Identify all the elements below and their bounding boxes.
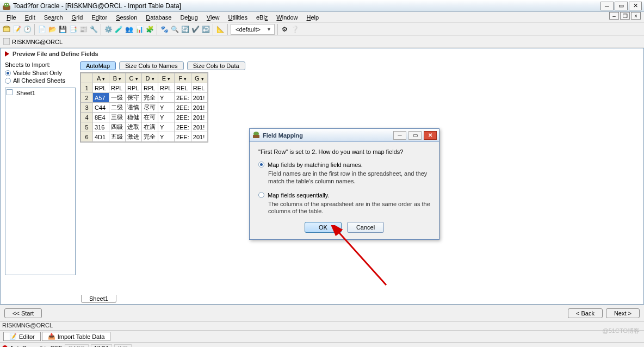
plan-icon[interactable]: 📐 <box>216 25 225 34</box>
minimize-button[interactable]: ─ <box>600 2 614 10</box>
radio-checked-sheets[interactable]: All Checked Sheets <box>5 77 76 84</box>
unit-test-icon[interactable]: 🧩 <box>145 25 154 34</box>
checkbox-icon[interactable] <box>7 89 13 95</box>
team-icon[interactable]: 👥 <box>125 25 133 34</box>
dialog-maximize-button[interactable]: ▭ <box>408 131 422 140</box>
help-icon[interactable]: ❔ <box>291 25 300 34</box>
size-to-names-button[interactable]: Size Cols to Names <box>119 61 184 70</box>
next-button[interactable]: Next > <box>606 308 640 318</box>
editor-tab-label: Editor <box>19 333 35 340</box>
query-builder-icon[interactable]: 🔧 <box>89 25 98 34</box>
watermark: @51CTO博客 <box>603 327 640 335</box>
option-match-names-label: Map fields by matching field names. <box>268 162 363 168</box>
doc-minimize-button[interactable]: – <box>609 12 619 20</box>
preview-grid[interactable]: A ▾B ▾C ▾D ▾E ▾F ▾G ▾1RPLRPLRPLRPLRPLREL… <box>80 72 208 142</box>
col-header[interactable]: A ▾ <box>93 73 109 83</box>
save-icon[interactable]: 💾 <box>58 25 67 34</box>
recall-icon[interactable]: 🕑 <box>23 25 32 34</box>
doc-close-button[interactable]: × <box>631 12 641 20</box>
dialog-minimize-button[interactable]: ─ <box>393 131 406 140</box>
menu-utilities[interactable]: Utilities <box>224 13 251 22</box>
db-connect-icon[interactable] <box>2 25 11 34</box>
sheet-tabs: Sheet1 <box>80 295 116 303</box>
schema-dropdown[interactable]: <default> ▼ <box>231 24 275 35</box>
statusbar: AutoCommit is OFF CAPS NUM INS <box>0 342 644 347</box>
refresh-icon[interactable]: 🔄 <box>181 25 189 34</box>
table-row[interactable]: 48E4三级稳健在可Y2EE:201! <box>81 113 208 122</box>
menu-view[interactable]: View <box>202 13 224 22</box>
dialog-body: "First Row" is set to 2. How do you want… <box>250 142 439 239</box>
step-arrow-icon <box>5 51 9 57</box>
table-row[interactable]: 1RPLRPLRPLRPLRPLRELREL <box>81 83 208 93</box>
field-mapping-dialog: Field Mapping ─ ▭ ✕ "First Row" is set t… <box>249 128 439 240</box>
toolbar: 📝 🕑 📄 📂 💾 📑 📰 🔧 ⚙️ 🧪 👥 📊 🧩 🐾 🔍 🔄 ✔️ ↩️ 📐… <box>0 23 644 36</box>
dialog-close-button[interactable]: ✕ <box>424 131 437 140</box>
table-row[interactable]: 2A57一级保守完全Y2EE:201! <box>81 93 208 103</box>
menu-session[interactable]: Session <box>112 13 141 22</box>
table-row[interactable]: 64D1五级激进完全Y2EE:201! <box>81 132 208 142</box>
output-icon[interactable]: 📰 <box>79 25 88 34</box>
maximize-button[interactable]: ▭ <box>615 2 628 10</box>
col-header[interactable]: F ▾ <box>175 73 191 83</box>
automap-button[interactable]: AutoMap <box>80 61 116 70</box>
caps-status: CAPS <box>65 344 89 348</box>
menu-search[interactable]: Search <box>40 13 67 22</box>
sheet-item[interactable]: Sheet1 <box>7 89 74 96</box>
sheet-tab[interactable]: Sheet1 <box>81 295 116 303</box>
wizard-title: Preview File and Define Fields <box>13 51 98 57</box>
dialog-icon <box>252 131 261 140</box>
cancel-button[interactable]: Cancel <box>347 222 384 233</box>
sheets-panel: Sheets to Import: Visible Sheet Only All… <box>5 61 76 275</box>
menu-edit[interactable]: Edit <box>21 13 40 22</box>
sheet-item-label: Sheet1 <box>16 90 35 96</box>
monitor-icon[interactable]: 📊 <box>135 25 144 34</box>
editor-tab[interactable]: 📝 Editor <box>3 332 41 341</box>
col-header[interactable]: B ▾ <box>109 73 126 83</box>
sql-editor-icon[interactable]: 📝 <box>13 25 21 34</box>
option-match-names[interactable]: Map fields by matching field names. <box>258 162 430 168</box>
menu-database[interactable]: Database <box>141 13 176 22</box>
size-to-data-button[interactable]: Size Cols to Data <box>187 61 245 70</box>
col-header[interactable]: C ▾ <box>126 73 142 83</box>
editor-tab-icon: 📝 <box>9 333 17 340</box>
start-button[interactable]: << Start <box>4 308 42 318</box>
connection-bar: RISKMNG@ORCL <box>0 36 644 48</box>
back-button[interactable]: < Back <box>568 308 603 318</box>
menu-grid[interactable]: Grid <box>67 13 88 22</box>
ok-button[interactable]: OK <box>305 222 342 233</box>
radio-icon <box>258 162 264 168</box>
menu-ebiz[interactable]: eBiz <box>252 13 272 22</box>
wizard-nav: << Start < Back Next > <box>0 305 644 321</box>
col-header[interactable]: G ▾ <box>191 73 207 83</box>
bottom-tabs: 📝 Editor 📥 Import Table Data <box>0 330 644 342</box>
table-row[interactable]: 5316四级进取在满Y2EE:201! <box>81 122 208 132</box>
menu-help[interactable]: Help <box>302 13 324 22</box>
find-icon[interactable]: 🔍 <box>170 25 179 34</box>
compare-icon[interactable]: 📑 <box>69 25 77 34</box>
menu-file[interactable]: File <box>2 13 21 22</box>
describe-icon[interactable]: 📄 <box>38 25 46 34</box>
menu-debug[interactable]: Debug <box>176 13 202 22</box>
open-icon[interactable]: 📂 <box>48 25 57 34</box>
menubar: File Edit Search Grid Editor Session Dat… <box>0 12 644 23</box>
profiler-icon[interactable]: ⚙️ <box>104 25 113 34</box>
svg-rect-6 <box>3 38 10 45</box>
close-button[interactable]: ✕ <box>629 2 642 10</box>
commit-icon[interactable]: ✔️ <box>191 25 200 34</box>
import-tab[interactable]: 📥 Import Table Data <box>42 332 111 341</box>
trace-icon[interactable]: 🐾 <box>160 25 169 34</box>
tune-icon[interactable]: 🧪 <box>114 25 123 34</box>
autocommit-status[interactable]: AutoCommit is OFF <box>2 345 63 348</box>
rollback-icon[interactable]: ↩️ <box>201 25 210 34</box>
option-sequential[interactable]: Map fields sequentially. <box>258 192 430 199</box>
sheet-list[interactable]: Sheet1 <box>5 88 76 275</box>
col-header[interactable]: E ▾ <box>158 73 175 83</box>
doc-restore-button[interactable]: ❐ <box>620 12 630 20</box>
menu-editor[interactable]: Editor <box>87 13 112 22</box>
radio-visible-sheet[interactable]: Visible Sheet Only <box>5 69 76 77</box>
gear-icon[interactable]: ⚙ <box>281 25 289 34</box>
col-header[interactable]: D ▾ <box>142 73 158 83</box>
menu-window[interactable]: Window <box>272 13 302 22</box>
dialog-titlebar[interactable]: Field Mapping ─ ▭ ✕ <box>250 129 439 142</box>
table-row[interactable]: 3C44二级谨慎尽可Y2EE:201! <box>81 103 208 113</box>
